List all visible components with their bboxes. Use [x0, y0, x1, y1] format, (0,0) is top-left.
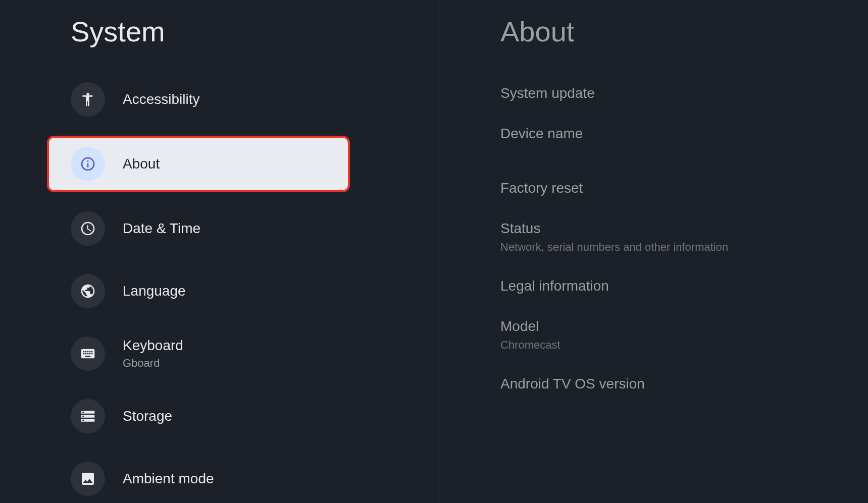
ambient-icon	[71, 462, 105, 496]
storage-icon	[71, 399, 105, 433]
menu-item-keyboard[interactable]: Keyboard Gboard	[47, 327, 350, 380]
menu-label: Accessibility	[123, 91, 199, 107]
about-label: Android TV OS version	[500, 376, 868, 392]
about-panel-title: About	[500, 15, 868, 48]
about-item-model[interactable]: Model Chromecast	[500, 306, 868, 364]
system-menu-list: Accessibility About Date & Time	[0, 73, 439, 503]
menu-item-about[interactable]: About	[47, 136, 350, 192]
menu-label: About	[123, 156, 160, 172]
menu-item-storage[interactable]: Storage	[47, 390, 350, 442]
menu-label: Language	[123, 283, 186, 299]
system-panel-title: System	[71, 15, 439, 48]
about-label: Legal information	[500, 278, 868, 294]
menu-sublabel: Gboard	[123, 357, 183, 370]
system-panel: System Accessibility About Date & Time	[0, 0, 439, 503]
menu-label: Keyboard	[123, 338, 183, 354]
globe-icon	[71, 274, 105, 308]
menu-item-ambient-mode[interactable]: Ambient mode	[47, 453, 350, 503]
menu-label: Storage	[123, 408, 172, 424]
about-item-factory-reset[interactable]: Factory reset	[500, 168, 868, 208]
about-sublabel: Chromecast	[500, 339, 868, 352]
accessibility-icon	[71, 82, 105, 117]
about-label: Device name	[500, 126, 868, 142]
about-item-android-tv-os-version[interactable]: Android TV OS version	[500, 364, 868, 404]
about-label: System update	[500, 85, 868, 101]
keyboard-icon	[71, 337, 105, 371]
about-item-system-update[interactable]: System update	[500, 73, 868, 114]
menu-item-date-time[interactable]: Date & Time	[47, 202, 350, 255]
about-item-device-name[interactable]: Device name	[500, 114, 868, 154]
menu-label: Ambient mode	[123, 471, 214, 487]
about-sublabel: Network, serial numbers and other inform…	[500, 241, 868, 254]
menu-item-accessibility[interactable]: Accessibility	[47, 73, 350, 126]
about-item-legal-information[interactable]: Legal information	[500, 266, 868, 306]
info-icon	[71, 147, 105, 181]
clock-icon	[71, 211, 105, 246]
about-label: Status	[500, 220, 868, 237]
menu-label: Date & Time	[123, 220, 200, 237]
about-label: Factory reset	[500, 180, 868, 196]
menu-item-language[interactable]: Language	[47, 265, 350, 317]
svg-point-0	[86, 93, 89, 95]
about-label: Model	[500, 318, 868, 334]
about-item-status[interactable]: Status Network, serial numbers and other…	[500, 208, 868, 266]
about-menu-list: System update Device name Factory reset …	[440, 73, 868, 404]
about-panel: About System update Device name Factory …	[439, 0, 868, 503]
